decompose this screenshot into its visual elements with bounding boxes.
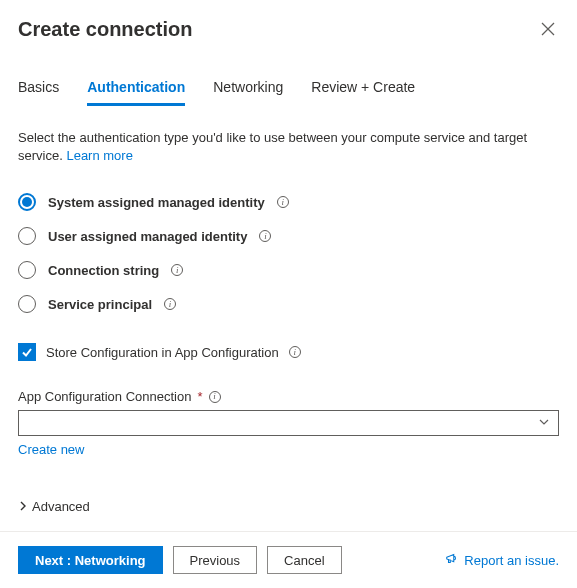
radio-row-system-identity[interactable]: System assigned managed identity i — [18, 193, 559, 211]
radio-label: Connection string — [48, 263, 159, 278]
app-config-label-row: App Configuration Connection * i — [18, 389, 559, 404]
tab-review-create[interactable]: Review + Create — [311, 79, 415, 106]
app-config-label: App Configuration Connection — [18, 389, 191, 404]
radio-label: User assigned managed identity — [48, 229, 247, 244]
next-button[interactable]: Next : Networking — [18, 546, 163, 574]
learn-more-link[interactable]: Learn more — [66, 148, 132, 163]
info-icon[interactable]: i — [164, 298, 176, 310]
previous-button[interactable]: Previous — [173, 546, 258, 574]
radio-icon — [18, 193, 36, 211]
store-config-checkbox-row[interactable]: Store Configuration in App Configuration… — [18, 343, 559, 361]
info-icon[interactable]: i — [259, 230, 271, 242]
create-new-link[interactable]: Create new — [18, 442, 84, 457]
radio-row-service-principal[interactable]: Service principal i — [18, 295, 559, 313]
radio-icon — [18, 261, 36, 279]
cancel-button[interactable]: Cancel — [267, 546, 341, 574]
description-text: Select the authentication type you'd lik… — [18, 129, 559, 165]
tab-authentication[interactable]: Authentication — [87, 79, 185, 106]
radio-icon — [18, 295, 36, 313]
tab-networking[interactable]: Networking — [213, 79, 283, 106]
auth-radio-group: System assigned managed identity i User … — [18, 193, 559, 313]
radio-icon — [18, 227, 36, 245]
info-icon[interactable]: i — [209, 391, 221, 403]
radio-label: System assigned managed identity — [48, 195, 265, 210]
advanced-label: Advanced — [32, 499, 90, 514]
footer-bar: Next : Networking Previous Cancel Report… — [0, 531, 577, 588]
chevron-right-icon — [18, 499, 28, 514]
required-marker: * — [197, 389, 202, 404]
report-issue-link[interactable]: Report an issue. — [445, 552, 559, 569]
page-title: Create connection — [18, 18, 192, 41]
report-issue-label: Report an issue. — [464, 553, 559, 568]
store-config-label: Store Configuration in App Configuration — [46, 345, 279, 360]
close-icon — [541, 22, 555, 36]
tab-basics[interactable]: Basics — [18, 79, 59, 106]
info-icon[interactable]: i — [277, 196, 289, 208]
info-icon[interactable]: i — [171, 264, 183, 276]
chevron-down-icon — [538, 416, 550, 431]
radio-label: Service principal — [48, 297, 152, 312]
radio-row-user-identity[interactable]: User assigned managed identity i — [18, 227, 559, 245]
checkbox-checked-icon — [18, 343, 36, 361]
info-icon[interactable]: i — [289, 346, 301, 358]
advanced-toggle[interactable]: Advanced — [18, 499, 559, 514]
tab-bar: Basics Authentication Networking Review … — [18, 79, 559, 107]
close-button[interactable] — [537, 18, 559, 40]
megaphone-icon — [445, 552, 459, 569]
app-config-dropdown[interactable] — [18, 410, 559, 436]
radio-row-connection-string[interactable]: Connection string i — [18, 261, 559, 279]
